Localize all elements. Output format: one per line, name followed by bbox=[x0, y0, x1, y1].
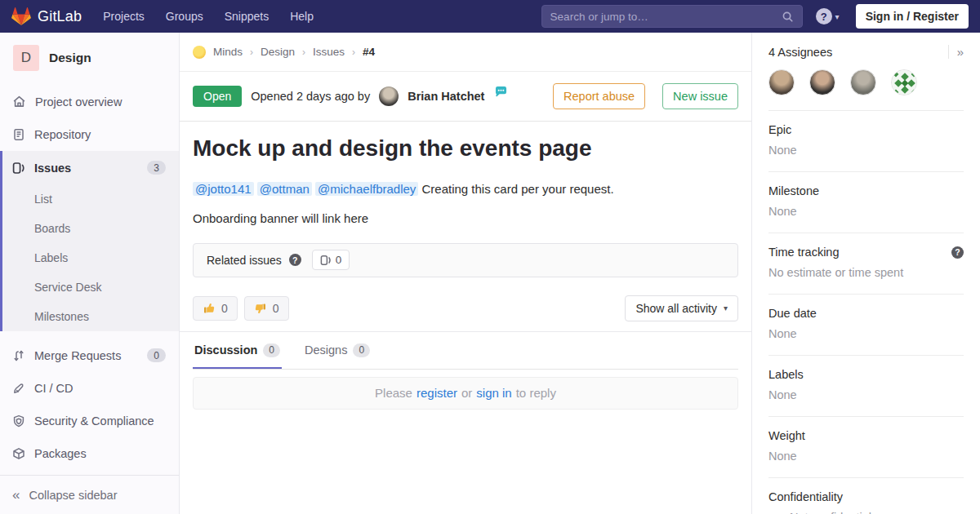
group-avatar bbox=[193, 46, 206, 59]
mention-link[interactable]: @michaelfbradley bbox=[315, 182, 418, 196]
assignee-avatar-2[interactable] bbox=[809, 69, 835, 95]
collapse-sidebar-button[interactable]: « Collapse sidebar bbox=[0, 475, 179, 514]
assignees-label: 4 Assignees bbox=[768, 46, 832, 59]
sidebar-item-label: Security & Compliance bbox=[34, 414, 154, 428]
help-icon[interactable]: ? bbox=[289, 254, 301, 266]
assignees-section: 4 Assignees » bbox=[768, 33, 964, 111]
help-menu[interactable]: ? ▾ bbox=[816, 8, 840, 24]
tab-label: Designs bbox=[305, 343, 347, 357]
sign-in-register-button[interactable]: Sign in / Register bbox=[856, 4, 969, 29]
sidebar-subitem-milestones[interactable]: Milestones bbox=[2, 302, 179, 331]
confidentiality-section[interactable]: Confidentiality Not confidential bbox=[768, 478, 964, 514]
merge-requests-count-badge: 0 bbox=[147, 348, 166, 362]
sidebar-subitem-list[interactable]: List bbox=[2, 184, 179, 214]
project-avatar: D bbox=[13, 45, 39, 71]
thumbs-up-button[interactable]: 0 bbox=[193, 296, 238, 321]
search-icon[interactable] bbox=[782, 11, 794, 23]
mention-link[interactable]: @ottman bbox=[257, 182, 312, 196]
tab-designs[interactable]: Designs 0 bbox=[303, 332, 372, 369]
activity-filter-dropdown[interactable]: Show all activity ▾ bbox=[625, 295, 738, 321]
sidebar-item-repository[interactable]: Repository bbox=[0, 118, 179, 151]
question-mark-icon[interactable]: ? bbox=[816, 8, 832, 24]
time-tracking-section[interactable]: Time tracking ? No estimate or time spen… bbox=[768, 233, 964, 295]
tab-count-badge: 0 bbox=[353, 343, 370, 357]
collapse-right-sidebar-icon[interactable]: » bbox=[948, 45, 964, 59]
register-link[interactable]: register bbox=[416, 386, 457, 400]
sidebar-subitem-service-desk[interactable]: Service Desk bbox=[2, 273, 179, 302]
author-avatar[interactable] bbox=[379, 86, 399, 106]
thumbs-up-count: 0 bbox=[221, 302, 228, 315]
help-icon[interactable]: ? bbox=[951, 246, 964, 259]
sidebar-item-merge-requests[interactable]: Merge Requests 0 bbox=[0, 339, 179, 372]
report-abuse-button[interactable]: Report abuse bbox=[553, 83, 645, 109]
primary-nav: Projects Groups Snippets Help bbox=[103, 10, 314, 23]
document-icon bbox=[12, 128, 25, 141]
status-emoji-speech-bubble-icon bbox=[495, 86, 507, 98]
breadcrumb-separator: › bbox=[302, 47, 305, 58]
labels-section[interactable]: Labels None bbox=[768, 356, 964, 417]
collapse-chevrons-icon: « bbox=[12, 487, 20, 503]
assignee-avatar-identicon[interactable] bbox=[891, 69, 917, 95]
gitlab-home-link[interactable]: GitLab bbox=[11, 7, 82, 26]
breadcrumb: Minds › Design › Issues › #4 bbox=[180, 33, 751, 72]
sidebar-subitem-boards[interactable]: Boards bbox=[2, 214, 179, 243]
sidebar-item-ci-cd[interactable]: CI / CD bbox=[0, 372, 179, 405]
time-tracking-value: No estimate or time spent bbox=[768, 266, 964, 279]
nav-link-snippets[interactable]: Snippets bbox=[225, 10, 269, 23]
global-search[interactable] bbox=[541, 5, 803, 28]
milestone-value: None bbox=[768, 205, 964, 218]
nav-link-projects[interactable]: Projects bbox=[103, 10, 145, 23]
breadcrumb-issues[interactable]: Issues bbox=[313, 46, 345, 58]
assignee-avatar-1[interactable] bbox=[768, 69, 795, 95]
sidebar-item-issues[interactable]: Issues 3 bbox=[2, 151, 179, 184]
assignee-avatar-3[interactable] bbox=[850, 69, 876, 95]
sign-in-link[interactable]: sign in bbox=[476, 386, 511, 400]
tab-label: Discussion bbox=[194, 343, 257, 357]
new-issue-button[interactable]: New issue bbox=[662, 83, 738, 109]
sidebar-subitem-labels[interactable]: Labels bbox=[2, 243, 179, 273]
mention-link[interactable]: @jotto141 bbox=[193, 182, 254, 196]
reply-note-suffix: to reply bbox=[516, 386, 556, 400]
sidebar-item-security-compliance[interactable]: Security & Compliance bbox=[0, 405, 179, 437]
epic-section[interactable]: Epic None bbox=[768, 111, 964, 172]
project-name: Design bbox=[49, 51, 91, 65]
breadcrumb-design[interactable]: Design bbox=[261, 46, 295, 58]
sidebar-item-project-overview[interactable]: Project overview bbox=[0, 85, 179, 118]
issues-icon bbox=[320, 255, 332, 266]
activity-filter-label: Show all activity bbox=[635, 302, 717, 315]
author-name[interactable]: Brian Hatchet bbox=[408, 90, 484, 103]
breadcrumb-minds[interactable]: Minds bbox=[213, 46, 243, 58]
tab-discussion[interactable]: Discussion 0 bbox=[193, 332, 282, 369]
issue-main: Minds › Design › Issues › #4 Open Opened… bbox=[180, 33, 751, 514]
related-issues-card: Related issues ? 0 bbox=[193, 243, 738, 277]
search-input[interactable] bbox=[550, 11, 782, 23]
weight-section[interactable]: Weight None bbox=[768, 417, 964, 478]
thumbs-down-button[interactable]: 0 bbox=[244, 296, 289, 321]
project-sidebar: D Design Project overview Repository Iss… bbox=[0, 33, 180, 514]
brand-name: GitLab bbox=[38, 8, 82, 25]
eye-icon bbox=[768, 512, 782, 514]
home-icon bbox=[12, 95, 26, 109]
project-header[interactable]: D Design bbox=[0, 33, 179, 85]
sidebar-item-label: Repository bbox=[34, 128, 91, 141]
status-badge: Open bbox=[193, 86, 242, 107]
sidebar-item-packages[interactable]: Packages bbox=[0, 437, 179, 470]
top-navbar: GitLab Projects Groups Snippets Help ? ▾… bbox=[0, 0, 980, 33]
milestone-section[interactable]: Milestone None bbox=[768, 172, 964, 233]
labels-label: Labels bbox=[768, 368, 964, 381]
related-issues-count-badge: 0 bbox=[312, 250, 350, 270]
issues-section: Issues 3 List Boards Labels Service Desk… bbox=[0, 151, 179, 331]
nav-link-groups[interactable]: Groups bbox=[166, 10, 203, 23]
issue-status-row: Open Opened 2 days ago by Brian Hatchet … bbox=[180, 72, 751, 122]
reply-note-or: or bbox=[461, 386, 472, 400]
breadcrumb-separator: › bbox=[250, 47, 253, 58]
sidebar-item-label: Packages bbox=[34, 447, 87, 460]
due-date-section[interactable]: Due date None bbox=[768, 295, 964, 356]
due-date-value: None bbox=[768, 327, 964, 340]
epic-label: Epic bbox=[768, 123, 964, 136]
time-tracking-label: Time tracking bbox=[768, 246, 839, 259]
epic-value: None bbox=[768, 144, 964, 157]
reply-sign-in-note: Please register or sign in to reply bbox=[193, 377, 738, 410]
issue-sidebar: 4 Assignees » bbox=[751, 33, 980, 514]
nav-link-help[interactable]: Help bbox=[290, 10, 314, 23]
